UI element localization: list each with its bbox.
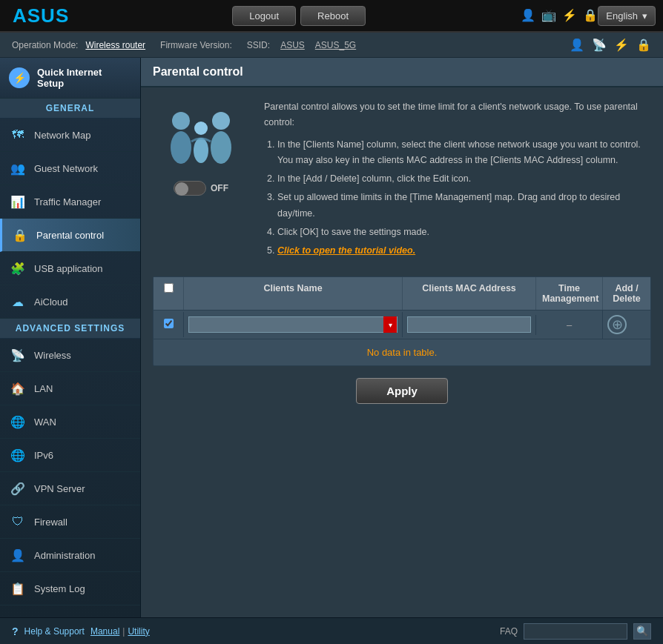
sidebar-item-wireless[interactable]: 📡 Wireless (0, 339, 140, 372)
sidebar-label-system-log: System Log (34, 583, 85, 594)
sidebar-item-system-log[interactable]: 📋 System Log (0, 572, 140, 605)
administration-icon: 👤 (9, 546, 27, 564)
th-add-delete: Add / Delete (602, 277, 650, 310)
sidebar-label-firewall: Firewall (34, 517, 67, 528)
td-time-management: – (535, 315, 602, 335)
footer: ? Help & Support Manual | Utility FAQ 🔍 (0, 617, 663, 644)
user-icon[interactable]: 👤 (521, 8, 535, 23)
svg-point-5 (194, 122, 208, 135)
sidebar-item-traffic-manager[interactable]: 📊 Traffic Manager (0, 185, 140, 219)
quick-internet-setup[interactable]: ⚡ Quick Internet Setup (0, 58, 140, 99)
toggle-thumb (175, 182, 188, 196)
toggle-track[interactable] (174, 181, 206, 196)
th-mac-address: Clients MAC Address (402, 277, 535, 310)
row-checkbox[interactable] (164, 319, 174, 328)
sidebar-label-lan: LAN (34, 383, 53, 394)
firewall-icon: 🛡 (9, 513, 27, 531)
usb-application-icon: 🧩 (9, 259, 27, 277)
svg-point-1 (172, 112, 190, 130)
top-bar: ASUS Logout Reboot 👤 📺 ⚡ 🔒 English ▾ (0, 0, 663, 33)
table-header: Clients Name Clients MAC Address Time Ma… (154, 277, 650, 311)
quick-setup-icon: ⚡ (9, 67, 30, 88)
sidebar-item-network-map[interactable]: 🗺 Network Map (0, 119, 140, 152)
sidebar-item-wan[interactable]: 🌐 WAN (0, 405, 140, 439)
ssid1-link[interactable]: ASUS (280, 40, 305, 50)
ssid2-link[interactable]: ASUS_5G (315, 40, 356, 50)
sidebar-item-vpn-server[interactable]: 🔗 VPN Server (0, 472, 140, 505)
client-name-input[interactable] (189, 319, 383, 330)
logout-button[interactable]: Logout (232, 6, 296, 26)
lock-status-icon: 🔒 (636, 38, 651, 52)
no-data-message: No data in table. (154, 339, 650, 365)
mac-address-input[interactable] (407, 316, 531, 333)
family-illustration (160, 104, 242, 175)
add-row-button[interactable]: ⊕ (607, 315, 627, 334)
sidebar-item-firewall[interactable]: 🛡 Firewall (0, 505, 140, 539)
quick-setup-label: Quick Internet Setup (37, 67, 131, 89)
ipv6-icon: 🌐 (9, 446, 27, 464)
sidebar-item-aicloud[interactable]: ☁ AiCloud (0, 285, 140, 319)
logo: ASUS (7, 2, 74, 29)
sidebar-label-ipv6: IPv6 (34, 450, 53, 461)
desc-intro: Parental control allows you to set the t… (264, 99, 651, 131)
apply-button[interactable]: Apply (356, 378, 448, 404)
sidebar-label-parental-control: Parental control (36, 230, 104, 241)
usb-icon[interactable]: ⚡ (562, 8, 577, 23)
operation-mode-link[interactable]: Wireless router (85, 40, 145, 50)
language-selector[interactable]: English ▾ (598, 6, 656, 26)
clients-table: Clients Name Clients MAC Address Time Ma… (153, 276, 651, 366)
sidebar: ⚡ Quick Internet Setup General 🗺 Network… (0, 58, 141, 617)
asus-logo-svg: ASUS (11, 4, 70, 27)
client-name-dropdown-btn[interactable]: ▾ (383, 316, 397, 333)
usb-status-icon: ⚡ (614, 38, 629, 52)
td-checkbox (154, 314, 183, 335)
wireless-icon: 📡 (9, 346, 27, 364)
guest-network-icon: 👥 (9, 159, 27, 177)
sidebar-item-parental-control[interactable]: 🔒 Parental control (0, 219, 140, 252)
lock-icon[interactable]: 🔒 (583, 8, 598, 23)
user-status-icon: 👤 (570, 38, 584, 52)
router-icon[interactable]: 📺 (541, 8, 556, 23)
parental-toggle[interactable]: OFF (174, 181, 228, 196)
sidebar-item-lan[interactable]: 🏠 LAN (0, 372, 140, 405)
footer-links: Manual | Utility (90, 626, 150, 637)
sidebar-item-usb-application[interactable]: 🧩 USB application (0, 252, 140, 285)
sidebar-item-ipv6[interactable]: 🌐 IPv6 (0, 439, 140, 472)
sidebar-label-vpn-server: VPN Server (34, 483, 85, 494)
step-2: In the [Add / Delete] column, click the … (277, 171, 651, 187)
step-5[interactable]: Click to open the tutorial video. (277, 243, 651, 259)
sidebar-label-wireless: Wireless (34, 350, 71, 361)
manual-link[interactable]: Manual (90, 626, 119, 637)
page-title: Parental control (141, 58, 663, 87)
system-log-icon: 📋 (9, 580, 27, 597)
tutorial-video-link[interactable]: Click to open the tutorial video. (277, 245, 415, 256)
help-support-link[interactable]: Help & Support (24, 626, 85, 637)
reboot-button[interactable]: Reboot (300, 6, 366, 26)
utility-link[interactable]: Utility (128, 626, 149, 637)
sidebar-item-guest-network[interactable]: 👥 Guest Network (0, 152, 140, 185)
faq-search-button[interactable]: 🔍 (633, 623, 651, 640)
content-area: Parental control (141, 58, 663, 617)
lan-icon: 🏠 (9, 379, 27, 397)
client-name-input-wrap: ▾ (188, 316, 398, 333)
toggle-label: OFF (211, 183, 228, 193)
svg-point-6 (194, 138, 208, 163)
chevron-down-icon: ▾ (642, 10, 647, 21)
vpn-server-icon: 🔗 (9, 479, 27, 497)
th-checkbox (154, 277, 183, 310)
select-all-checkbox[interactable] (164, 283, 174, 293)
th-time-management: Time Management (535, 277, 602, 310)
svg-point-2 (171, 131, 191, 164)
traffic-manager-icon: 📊 (9, 193, 27, 210)
aicloud-icon: ☁ (9, 293, 27, 311)
firmware-label: Firmware Version: (160, 40, 232, 50)
step-4: Click [OK] to save the settings made. (277, 225, 651, 240)
td-mac-address (402, 312, 535, 337)
ssid-label: SSID: (247, 40, 270, 50)
operation-mode-label: Operation Mode: (12, 40, 78, 50)
svg-text:ASUS: ASUS (13, 4, 69, 27)
faq-search-input[interactable] (524, 623, 627, 640)
top-icons: 👤 📺 ⚡ 🔒 (521, 8, 598, 23)
svg-point-3 (212, 112, 230, 130)
sidebar-item-administration[interactable]: 👤 Administration (0, 539, 140, 572)
